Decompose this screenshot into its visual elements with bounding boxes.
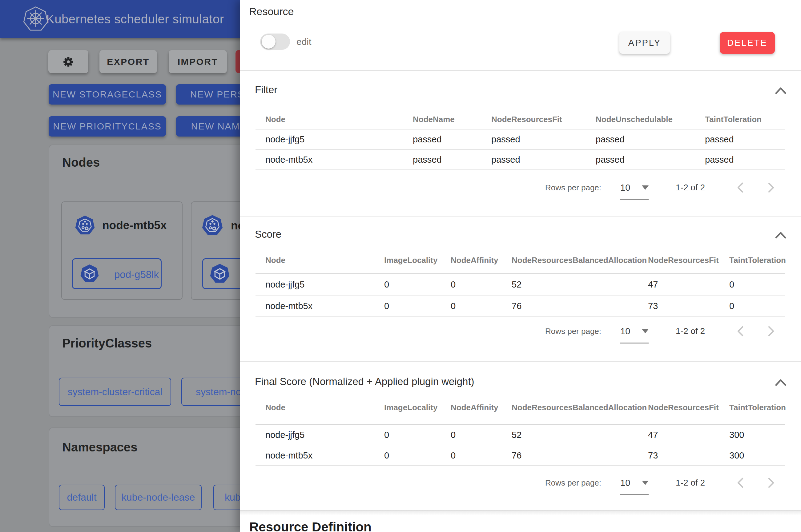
chevron-right-icon: [767, 477, 775, 488]
next-page-button[interactable]: [766, 326, 776, 337]
column-header: TaintToleration: [729, 403, 786, 412]
cell: 73: [648, 301, 658, 311]
filter-table-header: Node NodeName NodeResourcesFit NodeUnsch…: [255, 115, 785, 125]
chevron-right-icon: [767, 326, 775, 337]
node-icon: [201, 214, 223, 236]
column-header: ImageLocality: [384, 255, 437, 265]
namespace-item[interactable]: kube-node-lease: [115, 484, 202, 510]
cell: passed: [491, 155, 520, 165]
pod-name: pod-g58lk: [114, 269, 159, 281]
rows-per-page-label: Rows per page:: [545, 478, 601, 488]
edit-toggle[interactable]: [260, 34, 290, 50]
pod-button[interactable]: pod-g58lk: [72, 258, 162, 289]
namespaces-panel: Namespaces: [49, 428, 265, 527]
score-table-header: Node ImageLocality NodeAffinity NodeReso…: [255, 255, 785, 265]
priorityclasses-heading: PriorityClasses: [62, 337, 152, 350]
resource-definition-section: Resource Definition: [240, 510, 801, 532]
apply-button[interactable]: APPLY: [619, 32, 670, 54]
previous-page-button[interactable]: [736, 182, 745, 193]
delete-button[interactable]: DELETE: [720, 32, 775, 54]
chevron-up-icon: [775, 231, 786, 239]
cell: 76: [512, 301, 522, 311]
cell: 0: [384, 280, 389, 290]
column-header: NodeName: [413, 115, 455, 124]
table-row: node-jjfg5 0 0 52 47 0: [255, 274, 785, 296]
column-header: Node: [265, 255, 285, 265]
node-icon: [74, 215, 95, 236]
chevron-left-icon: [736, 477, 744, 488]
pagination-range: 1-2 of 2: [676, 478, 705, 488]
namespace-item[interactable]: default: [59, 484, 105, 510]
column-header: NodeAffinity: [451, 403, 498, 412]
cell: passed: [491, 134, 520, 145]
select-underline: [620, 343, 649, 343]
select-caret-icon: [642, 329, 649, 333]
cell: passed: [413, 134, 442, 145]
new-priorityclass-button[interactable]: NEW PRIORITYCLASS: [49, 116, 166, 136]
gear-icon: [61, 54, 76, 69]
final-score-table-header: Node ImageLocality NodeAffinity NodeReso…: [255, 403, 785, 413]
cell: 0: [451, 430, 456, 440]
chevron-up-icon: [775, 378, 786, 386]
rows-per-page-label: Rows per page:: [545, 183, 601, 192]
cell: 0: [451, 301, 456, 311]
divider: [240, 70, 801, 71]
select-underline: [620, 199, 649, 200]
new-storageclass-button[interactable]: NEW STORAGECLASS: [49, 84, 166, 104]
divider: [240, 216, 801, 217]
cell: node-mtb5x: [265, 450, 312, 460]
rows-per-page-value: 10: [620, 326, 630, 337]
previous-page-button[interactable]: [736, 326, 745, 337]
node-name: node-mtb5x: [102, 219, 167, 232]
filter-collapse-button[interactable]: [775, 87, 786, 94]
score-table-body: node-jjfg5 0 0 52 47 0 node-mtb5x 0 0 76…: [255, 274, 785, 317]
filter-pagination: Rows per page: 10 1-2 of 2: [545, 179, 776, 195]
final-score-table-body: node-jjfg5 0 0 52 47 300 node-mtb5x 0 0 …: [255, 425, 785, 466]
settings-button[interactable]: [48, 50, 88, 73]
cell: 0: [451, 280, 456, 290]
next-page-button[interactable]: [766, 477, 776, 488]
cell: node-jjfg5: [265, 134, 305, 145]
cell: 52: [512, 430, 522, 440]
next-page-button[interactable]: [766, 182, 776, 193]
cell: node-mtb5x: [265, 155, 312, 165]
priorityclass-item[interactable]: system-cluster-critical: [59, 378, 171, 406]
resource-definition-heading: Resource Definition: [249, 520, 371, 532]
cell: 300: [729, 430, 744, 440]
cell: 52: [512, 280, 522, 290]
column-header: TaintToleration: [729, 255, 786, 265]
toggle-knob: [262, 35, 275, 49]
previous-page-button[interactable]: [736, 477, 745, 488]
rows-per-page-select[interactable]: 10: [620, 179, 649, 195]
chevron-right-icon: [767, 182, 775, 193]
column-header: NodeResourcesFit: [491, 115, 562, 124]
table-row: node-jjfg5 passed passed passed passed: [255, 130, 785, 150]
score-collapse-button[interactable]: [775, 231, 786, 239]
node-card[interactable]: node-mtb5x pod-g58lk: [61, 202, 183, 300]
app-title: Kubernetes scheduler simulator: [46, 0, 224, 38]
rows-per-page-label: Rows per page:: [545, 327, 601, 336]
kubernetes-logo-icon: [23, 6, 49, 32]
cell: 0: [729, 301, 734, 311]
rows-per-page-value: 10: [620, 183, 630, 193]
score-pagination: Rows per page: 10 1-2 of 2: [545, 323, 776, 339]
final-score-collapse-button[interactable]: [775, 378, 786, 386]
resource-drawer: Resource edit APPLY DELETE Filter Node N…: [240, 0, 801, 532]
pagination-range: 1-2 of 2: [676, 326, 705, 336]
cell: 0: [384, 450, 389, 460]
cell: passed: [596, 134, 625, 145]
rows-per-page-select[interactable]: 10: [620, 475, 649, 491]
select-caret-icon: [642, 186, 649, 190]
rows-per-page-select[interactable]: 10: [620, 323, 649, 339]
column-header: NodeResourcesFit: [648, 403, 719, 412]
select-caret-icon: [642, 481, 649, 485]
divider: [240, 361, 801, 362]
import-button[interactable]: IMPORT: [169, 50, 227, 73]
filter-table-body: node-jjfg5 passed passed passed passed n…: [255, 130, 785, 170]
cell: 0: [451, 450, 456, 460]
table-row: node-mtb5x passed passed passed passed: [255, 150, 785, 170]
final-score-section-heading: Final Score (Normalized + Applied plugin…: [255, 376, 474, 387]
cell: 300: [729, 450, 744, 460]
export-button[interactable]: EXPORT: [99, 50, 157, 73]
rows-per-page-value: 10: [620, 478, 630, 488]
